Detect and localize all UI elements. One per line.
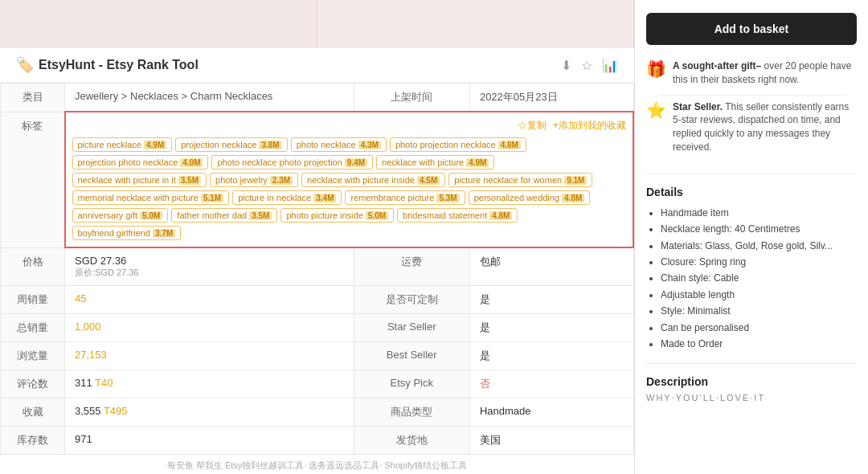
copy-action[interactable]: ☆复制 xyxy=(518,119,547,133)
shipping-from-label: 发货地 xyxy=(354,427,469,455)
shipping-label: 运费 xyxy=(354,247,469,286)
price-row: 价格 SGD 27.36 原价:SGD 27.36 运费 包邮 xyxy=(1,247,634,286)
date-label: 上架时间 xyxy=(354,84,469,112)
customizable-value: 是 xyxy=(469,286,633,314)
footer-note: 每安鱼 帮我生 Etsy独到丝越训工具· 选务遥远选品工具· Shopify独结… xyxy=(0,455,634,474)
price-original: 原价:SGD 27.36 xyxy=(75,267,344,279)
tag-item[interactable]: memorial necklace with picture5.1M xyxy=(72,190,230,205)
tag-text: anniversary gift xyxy=(78,210,138,220)
tag-item[interactable]: projection necklace3.8M xyxy=(175,137,287,152)
sought-after-badge: 🎁 A sought-after gift– over 20 people ha… xyxy=(646,59,857,87)
add-to-basket-button[interactable]: Add to basket xyxy=(646,13,857,45)
divider-1 xyxy=(657,95,845,96)
product-image-2[interactable] xyxy=(317,0,635,48)
description-tagline: WHY·YOU'LL·LOVE·IT xyxy=(646,393,857,402)
tag-badge: 9.1M xyxy=(564,176,587,185)
tag-text: picture necklace xyxy=(78,140,142,149)
tag-item[interactable]: photo necklace4.3M xyxy=(291,137,387,152)
tag-text: memorial necklace with picture xyxy=(78,193,199,202)
product-image-1[interactable] xyxy=(0,0,317,48)
favorites-value: 3,555 T495 xyxy=(65,398,354,427)
product-type-label: 商品类型 xyxy=(354,398,469,427)
add-to-collection-action[interactable]: +添加到我的收藏 xyxy=(553,119,626,133)
star-icon[interactable]: ☆ xyxy=(581,58,592,73)
tag-item[interactable]: necklace with picture4.9M xyxy=(376,155,494,170)
app-title: EtsyHunt - Etsy Rank Tool xyxy=(39,58,199,72)
tag-text: projection necklace xyxy=(181,140,256,149)
detail-item: Handmade item xyxy=(661,205,857,221)
tag-badge: 4.3M xyxy=(358,141,381,149)
tag-badge: 3.4M xyxy=(313,194,336,202)
shipping-from-value: 美国 xyxy=(469,427,633,455)
tag-item[interactable]: remembrance picture5.3M xyxy=(345,190,465,205)
tag-badge: 3.5M xyxy=(178,176,201,185)
tag-item[interactable]: photo necklace photo projection9.4M xyxy=(211,155,373,170)
tag-item[interactable]: personalized wedding4.8M xyxy=(469,190,591,205)
tag-text: boyfriend girlfriend xyxy=(78,228,151,238)
sought-after-text: A sought-after gift– over 20 people have… xyxy=(673,59,857,87)
stock-label: 库存数 xyxy=(1,427,65,455)
divider-2 xyxy=(646,174,857,174)
category-label: 类目 xyxy=(1,84,65,112)
tag-item[interactable]: picture necklace for women9.1M xyxy=(448,173,592,187)
tag-item[interactable]: necklace with picture in it3.5M xyxy=(72,173,207,187)
total-sales-label: 总销量 xyxy=(1,314,65,342)
right-panel: Add to basket 🎁 A sought-after gift– ove… xyxy=(635,0,868,474)
views-row: 浏览量 27,153 Best Seller 是 xyxy=(1,342,634,370)
price-amount: SGD 27.36 xyxy=(75,255,344,267)
tag-badge: 4.0M xyxy=(180,158,203,167)
detail-item: Can be personalised xyxy=(661,320,857,336)
tag-badge: 5.0M xyxy=(140,211,162,220)
star-seller-label: Star Seller xyxy=(354,314,469,342)
tag-item[interactable]: picture necklace4.9M xyxy=(72,137,173,152)
favorites-trend: T495 xyxy=(104,405,128,417)
tag-item[interactable]: necklace with picture inside4.5M xyxy=(301,173,445,187)
tag-text: photo projection necklace xyxy=(395,140,496,149)
tag-item[interactable]: father mother dad3.5M xyxy=(171,208,277,223)
tag-badge: 4.8M xyxy=(498,141,521,149)
detail-item: Style: Minimalist xyxy=(661,303,857,319)
etsy-pick-label: Etsy Pick xyxy=(354,370,469,398)
tag-item[interactable]: photo projection necklace4.8M xyxy=(390,137,526,152)
star-seller-value: 是 xyxy=(469,314,633,342)
download-icon[interactable]: ⬇ xyxy=(561,58,571,73)
tags-row: 标签 ☆复制 +添加到我的收藏 picture necklace4.9Mproj… xyxy=(1,112,634,247)
detail-item: Adjustable length xyxy=(661,287,857,303)
tag-text: photo picture inside xyxy=(286,210,362,220)
weekly-sales-label: 周销量 xyxy=(1,286,65,314)
detail-item: Necklace length: 40 Centimetres xyxy=(661,221,857,237)
customizable-label: 是否可定制 xyxy=(354,286,469,314)
tag-text: necklace with picture xyxy=(382,157,464,167)
date-value: 2022年05月23日 xyxy=(469,84,633,112)
tag-item[interactable]: anniversary gift5.0M xyxy=(72,208,169,223)
tag-item[interactable]: boyfriend girlfriend3.7M xyxy=(72,226,182,240)
detail-item: Materials: Glass, Gold, Rose gold, Silv.… xyxy=(661,238,857,254)
reviews-label: 评论数 xyxy=(1,370,65,398)
views-label: 浏览量 xyxy=(1,342,65,370)
tag-text: father mother dad xyxy=(177,210,247,220)
tags-cell: ☆复制 +添加到我的收藏 picture necklace4.9Mproject… xyxy=(65,112,634,247)
tag-text: picture in necklace xyxy=(238,193,311,202)
tag-item[interactable]: photo picture inside5.0M xyxy=(280,208,394,223)
tag-item[interactable]: picture in necklace3.4M xyxy=(232,190,342,205)
views-value: 27,153 xyxy=(65,342,354,370)
category-path: Jewellery > Necklaces > Charm Necklaces xyxy=(75,90,272,102)
tag-badge: 4.5M xyxy=(417,176,440,185)
star-seller-icon: ⭐ xyxy=(646,100,666,120)
tag-text: picture necklace for women xyxy=(454,175,562,185)
star-seller-text: Star Seller. This seller consistently ea… xyxy=(673,100,857,154)
tag-item[interactable]: projection photo necklace4.0M xyxy=(72,155,209,170)
tag-text: necklace with picture in it xyxy=(78,175,176,185)
divider-3 xyxy=(646,363,857,364)
tag-item[interactable]: photo jewelry2.3M xyxy=(210,173,298,187)
chart-icon[interactable]: 📊 xyxy=(602,58,618,73)
tag-badge: 4.9M xyxy=(466,158,489,167)
weekly-sales-value: 45 xyxy=(65,286,354,314)
total-sales-row: 总销量 1,000 Star Seller 是 xyxy=(1,314,634,342)
tag-text: photo necklace photo projection xyxy=(217,157,342,167)
price-label: 价格 xyxy=(1,247,65,286)
shipping-value: 包邮 xyxy=(469,247,633,286)
tag-item[interactable]: bridesmaid statement4.8M xyxy=(397,208,518,223)
sought-after-bold: A sought-after gift– xyxy=(673,60,761,72)
price-value: SGD 27.36 原价:SGD 27.36 xyxy=(65,247,354,286)
